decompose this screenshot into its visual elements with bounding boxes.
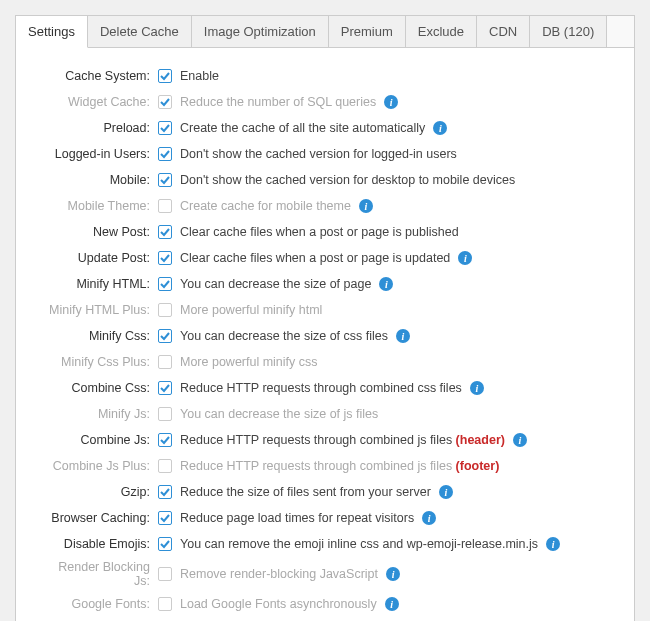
option-label: Minify Css: xyxy=(40,329,158,343)
info-icon[interactable]: i xyxy=(470,381,484,395)
row-19: Render Blocking Js:Remove render-blockin… xyxy=(40,560,610,588)
tab-bar: SettingsDelete CacheImage OptimizationPr… xyxy=(16,16,634,48)
info-icon[interactable]: i xyxy=(513,433,527,447)
checkbox xyxy=(158,567,172,581)
info-icon[interactable]: i xyxy=(396,329,410,343)
option-desc: Reduce HTTP requests through combined js… xyxy=(180,459,499,473)
row-8: Minify HTML:You can decrease the size of… xyxy=(40,274,610,294)
info-icon[interactable]: i xyxy=(433,121,447,135)
checkbox[interactable] xyxy=(158,147,172,161)
option-label: Widget Cache: xyxy=(40,95,158,109)
option-desc: Clear cache files when a post or page is… xyxy=(180,251,450,265)
tab-settings[interactable]: Settings xyxy=(16,16,88,48)
checkbox[interactable] xyxy=(158,173,172,187)
info-icon[interactable]: i xyxy=(386,567,400,581)
checkbox[interactable] xyxy=(158,121,172,135)
checkbox xyxy=(158,199,172,213)
row-6: New Post:Clear cache files when a post o… xyxy=(40,222,610,242)
option-desc: Reduce page load times for repeat visito… xyxy=(180,511,414,525)
checkbox[interactable] xyxy=(158,381,172,395)
info-icon[interactable]: i xyxy=(384,95,398,109)
info-icon[interactable]: i xyxy=(458,251,472,265)
option-desc: More powerful minify css xyxy=(180,355,318,369)
row-0: Cache System:Enable xyxy=(40,66,610,86)
row-12: Combine Css:Reduce HTTP requests through… xyxy=(40,378,610,398)
checkbox xyxy=(158,407,172,421)
row-4: Mobile:Don't show the cached version for… xyxy=(40,170,610,190)
info-icon[interactable]: i xyxy=(546,537,560,551)
info-icon[interactable]: i xyxy=(379,277,393,291)
checkbox[interactable] xyxy=(158,537,172,551)
settings-panel: SettingsDelete CacheImage OptimizationPr… xyxy=(15,15,635,621)
option-label: Mobile: xyxy=(40,173,158,187)
checkbox[interactable] xyxy=(158,433,172,447)
option-desc: Load Google Fonts asynchronously xyxy=(180,597,377,611)
row-14: Combine Js:Reduce HTTP requests through … xyxy=(40,430,610,450)
row-5: Mobile Theme:Create cache for mobile the… xyxy=(40,196,610,216)
option-label: Gzip: xyxy=(40,485,158,499)
tab-delete-cache[interactable]: Delete Cache xyxy=(88,16,192,47)
option-label: Browser Caching: xyxy=(40,511,158,525)
option-desc: You can remove the emoji inline css and … xyxy=(180,537,538,551)
tab-exclude[interactable]: Exclude xyxy=(406,16,477,47)
option-label: Combine Js: xyxy=(40,433,158,447)
row-1: Widget Cache:Reduce the number of SQL qu… xyxy=(40,92,610,112)
option-desc: Don't show the cached version for deskto… xyxy=(180,173,515,187)
row-7: Update Post:Clear cache files when a pos… xyxy=(40,248,610,268)
option-label: Google Fonts: xyxy=(40,597,158,611)
row-10: Minify Css:You can decrease the size of … xyxy=(40,326,610,346)
checkbox[interactable] xyxy=(158,225,172,239)
option-desc: Reduce HTTP requests through combined js… xyxy=(180,433,505,447)
option-desc: Create the cache of all the site automat… xyxy=(180,121,425,135)
info-icon[interactable]: i xyxy=(359,199,373,213)
checkbox[interactable] xyxy=(158,511,172,525)
option-desc: Remove render-blocking JavaScript xyxy=(180,567,378,581)
checkbox xyxy=(158,303,172,317)
option-desc: More powerful minify html xyxy=(180,303,322,317)
tab-premium[interactable]: Premium xyxy=(329,16,406,47)
checkbox xyxy=(158,597,172,611)
option-desc: Reduce the number of SQL queries xyxy=(180,95,376,109)
tab-db-120-[interactable]: DB (120) xyxy=(530,16,607,47)
checkbox[interactable] xyxy=(158,329,172,343)
checkbox[interactable] xyxy=(158,277,172,291)
tab-cdn[interactable]: CDN xyxy=(477,16,530,47)
option-desc: Clear cache files when a post or page is… xyxy=(180,225,459,239)
option-label: Minify Css Plus: xyxy=(40,355,158,369)
checkbox[interactable] xyxy=(158,251,172,265)
desc-suffix: (footer) xyxy=(452,459,499,473)
row-20: Google Fonts:Load Google Fonts asynchron… xyxy=(40,594,610,614)
row-16: Gzip:Reduce the size of files sent from … xyxy=(40,482,610,502)
row-17: Browser Caching:Reduce page load times f… xyxy=(40,508,610,528)
option-label: Preload: xyxy=(40,121,158,135)
option-desc: Enable xyxy=(180,69,219,83)
option-label: New Post: xyxy=(40,225,158,239)
row-13: Minify Js:You can decrease the size of j… xyxy=(40,404,610,424)
option-label: Minify HTML Plus: xyxy=(40,303,158,317)
option-label: Mobile Theme: xyxy=(40,199,158,213)
row-15: Combine Js Plus:Reduce HTTP requests thr… xyxy=(40,456,610,476)
row-11: Minify Css Plus:More powerful minify css xyxy=(40,352,610,372)
info-icon[interactable]: i xyxy=(422,511,436,525)
checkbox[interactable] xyxy=(158,485,172,499)
option-label: Minify Js: xyxy=(40,407,158,421)
settings-form: Cache System:EnableWidget Cache:Reduce t… xyxy=(16,48,634,621)
option-desc: You can decrease the size of css files xyxy=(180,329,388,343)
tab-image-optimization[interactable]: Image Optimization xyxy=(192,16,329,47)
option-desc: You can decrease the size of page xyxy=(180,277,371,291)
checkbox xyxy=(158,459,172,473)
option-desc: You can decrease the size of js files xyxy=(180,407,378,421)
option-label: Disable Emojis: xyxy=(40,537,158,551)
option-desc: Reduce HTTP requests through combined cs… xyxy=(180,381,462,395)
option-desc: Reduce the size of files sent from your … xyxy=(180,485,431,499)
option-label: Minify HTML: xyxy=(40,277,158,291)
option-label: Render Blocking Js: xyxy=(40,560,158,588)
row-2: Preload:Create the cache of all the site… xyxy=(40,118,610,138)
option-desc: Don't show the cached version for logged… xyxy=(180,147,457,161)
row-18: Disable Emojis:You can remove the emoji … xyxy=(40,534,610,554)
info-icon[interactable]: i xyxy=(439,485,453,499)
desc-suffix: (header) xyxy=(452,433,505,447)
checkbox xyxy=(158,95,172,109)
checkbox[interactable] xyxy=(158,69,172,83)
info-icon[interactable]: i xyxy=(385,597,399,611)
